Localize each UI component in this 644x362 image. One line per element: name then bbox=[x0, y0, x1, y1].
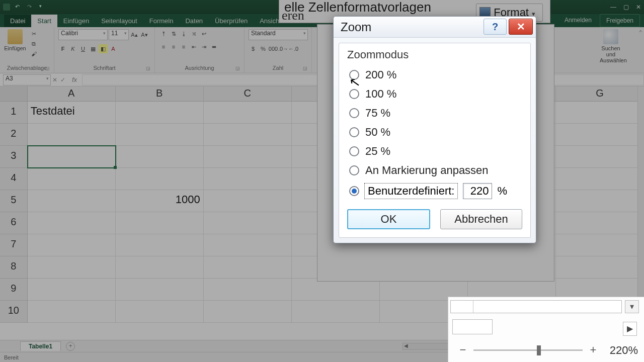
percent-icon[interactable]: % bbox=[259, 44, 268, 53]
cut-icon[interactable]: ✂ bbox=[29, 29, 38, 38]
zoom-option-75[interactable]: 75 % bbox=[347, 104, 522, 123]
merge-icon[interactable]: ⬌ bbox=[209, 42, 218, 51]
cell[interactable] bbox=[204, 301, 292, 323]
save-icon[interactable] bbox=[3, 4, 10, 11]
redo-icon[interactable]: ↷ bbox=[27, 4, 34, 11]
font-name-combo[interactable]: Calibri bbox=[58, 29, 108, 40]
underline-button[interactable]: U bbox=[78, 44, 88, 53]
tab-start[interactable]: Start bbox=[31, 15, 57, 27]
align-middle-icon[interactable]: ⇅ bbox=[169, 29, 178, 38]
row-header[interactable]: 9 bbox=[0, 279, 28, 301]
align-launcher-icon[interactable]: ◲ bbox=[235, 66, 240, 71]
tab-daten[interactable]: Daten bbox=[179, 15, 209, 27]
fill-color-icon[interactable]: ◧ bbox=[99, 44, 108, 53]
panel-dropdown-icon[interactable]: ▾ bbox=[625, 300, 639, 313]
grow-font-icon[interactable]: A▴ bbox=[130, 30, 139, 39]
close-button[interactable]: ✕ bbox=[509, 19, 533, 35]
custom-label[interactable]: Benutzerdefiniert: bbox=[364, 183, 458, 199]
cell[interactable] bbox=[116, 212, 204, 234]
play-icon[interactable]: ▶ bbox=[623, 322, 637, 336]
slider-thumb[interactable] bbox=[537, 345, 541, 355]
row-header[interactable]: 6 bbox=[0, 212, 28, 234]
cell[interactable] bbox=[204, 190, 292, 212]
cancel-formula-icon[interactable]: ✕ bbox=[51, 76, 59, 83]
cell[interactable] bbox=[204, 168, 292, 190]
decrease-decimal-icon[interactable]: ←.0 bbox=[289, 44, 298, 53]
undo-icon[interactable]: ↶ bbox=[15, 4, 22, 11]
select-all-corner[interactable] bbox=[0, 86, 28, 101]
borders-icon[interactable]: ▦ bbox=[89, 44, 98, 53]
cell[interactable] bbox=[28, 146, 116, 168]
cell[interactable] bbox=[204, 234, 292, 256]
row-header[interactable]: 2 bbox=[0, 124, 28, 146]
zoom-option-100[interactable]: 100 % bbox=[347, 84, 522, 104]
cell[interactable] bbox=[116, 279, 204, 301]
add-sheet-button[interactable]: + bbox=[66, 342, 75, 351]
tab-seitenlayout[interactable]: Seitenlayout bbox=[95, 15, 143, 27]
zoom-option-25[interactable]: 25 % bbox=[347, 142, 522, 161]
cell[interactable] bbox=[116, 124, 204, 146]
tab-datei[interactable]: Datei bbox=[4, 15, 31, 27]
fx-icon[interactable]: fx bbox=[72, 76, 77, 83]
sheet-tab-1[interactable]: Tabelle1 bbox=[20, 341, 61, 351]
zoom-option-custom[interactable] bbox=[349, 186, 359, 196]
align-left-icon[interactable]: ≡ bbox=[159, 42, 168, 51]
col-header[interactable]: C bbox=[204, 86, 292, 101]
cell[interactable] bbox=[204, 124, 292, 146]
row-header[interactable]: 3 bbox=[0, 146, 28, 168]
cell[interactable] bbox=[28, 190, 116, 212]
row-header[interactable]: 5 bbox=[0, 190, 28, 212]
cell[interactable]: Testdatei bbox=[28, 102, 116, 124]
cell[interactable] bbox=[204, 212, 292, 234]
find-select-button[interactable]: Suchen und Auswählen bbox=[600, 29, 622, 63]
cell[interactable] bbox=[556, 168, 644, 190]
cell[interactable] bbox=[116, 102, 204, 124]
slider-track[interactable] bbox=[473, 349, 583, 351]
tab-einfuegen[interactable]: Einfügen bbox=[57, 15, 95, 27]
cell[interactable] bbox=[116, 168, 204, 190]
align-right-icon[interactable]: ≡ bbox=[179, 42, 188, 51]
increase-indent-icon[interactable]: ⇥ bbox=[199, 42, 208, 51]
font-launcher-icon[interactable]: ◲ bbox=[146, 66, 150, 71]
cell[interactable] bbox=[292, 279, 380, 301]
zoom-percentage[interactable]: 220% bbox=[610, 344, 638, 357]
row-header[interactable]: 8 bbox=[0, 256, 28, 279]
cell[interactable] bbox=[28, 168, 116, 190]
row-header[interactable]: 10 bbox=[0, 301, 28, 323]
cell[interactable] bbox=[116, 234, 204, 256]
cell[interactable] bbox=[204, 279, 292, 301]
help-button[interactable]: ? bbox=[484, 19, 507, 35]
cell[interactable] bbox=[28, 234, 116, 256]
clipboard-launcher-icon[interactable]: ◲ bbox=[45, 66, 50, 71]
zoom-option-fit[interactable]: An Markierung anpassen bbox=[347, 161, 522, 180]
cell[interactable] bbox=[28, 212, 116, 234]
zoom-out-icon[interactable]: − bbox=[457, 343, 468, 356]
italic-button[interactable]: K bbox=[68, 44, 77, 53]
cell[interactable] bbox=[556, 146, 644, 168]
ok-button[interactable]: OK bbox=[347, 209, 430, 229]
align-bottom-icon[interactable]: ⭳ bbox=[179, 29, 188, 38]
currency-icon[interactable]: $ bbox=[249, 44, 258, 53]
cell[interactable] bbox=[116, 301, 204, 323]
cell[interactable] bbox=[556, 256, 644, 279]
cell[interactable] bbox=[556, 190, 644, 212]
align-center-icon[interactable]: ≡ bbox=[169, 42, 178, 51]
panel-input-long[interactable] bbox=[450, 300, 622, 313]
qat-more-icon[interactable]: ▾ bbox=[39, 4, 46, 11]
number-format-combo[interactable]: Standard bbox=[249, 29, 308, 40]
collapse-ribbon-icon[interactable]: ^ bbox=[637, 27, 644, 73]
cancel-button[interactable]: Abbrechen bbox=[440, 209, 522, 229]
bold-button[interactable]: F bbox=[58, 44, 67, 53]
freigeben-button[interactable]: Freigeben bbox=[600, 14, 640, 27]
font-color-icon[interactable]: A bbox=[109, 44, 118, 53]
col-header[interactable]: G bbox=[556, 86, 644, 101]
anmelden-link[interactable]: Anmelden bbox=[558, 14, 598, 27]
maximize-icon[interactable]: ▢ bbox=[623, 4, 629, 11]
increase-decimal-icon[interactable]: .0→ bbox=[279, 44, 288, 53]
cell[interactable] bbox=[556, 234, 644, 256]
name-box[interactable]: A3 bbox=[3, 74, 51, 85]
cell[interactable] bbox=[204, 256, 292, 279]
cell[interactable] bbox=[28, 279, 116, 301]
row-header[interactable]: 7 bbox=[0, 234, 28, 256]
col-header[interactable]: A bbox=[28, 86, 116, 101]
